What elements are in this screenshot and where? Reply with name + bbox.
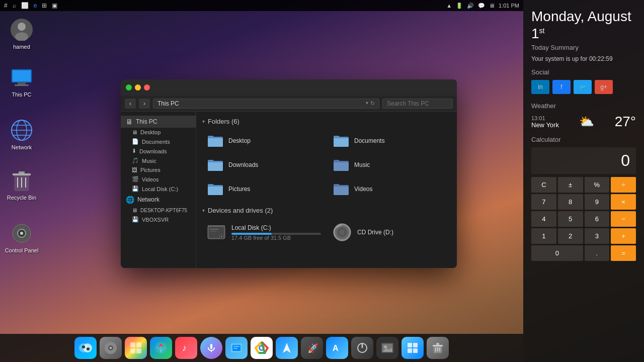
calc-0[interactable]: 0: [531, 245, 583, 261]
drives-toggle[interactable]: ▾: [202, 208, 205, 213]
calc-multiply[interactable]: ×: [611, 194, 636, 210]
volume-icon[interactable]: 🔊: [467, 3, 474, 9]
sidebar-item-pictures[interactable]: 🖼 Pictures: [121, 165, 196, 174]
forward-button[interactable]: ›: [139, 99, 150, 109]
folder-desktop[interactable]: Desktop: [202, 130, 325, 151]
calc-add[interactable]: +: [611, 228, 636, 244]
dock-siri[interactable]: [200, 337, 222, 359]
calc-subtract[interactable]: −: [611, 211, 636, 227]
explorer-body: 🖥 This PC 🖥 Desktop 📄 Documents ⬇ Downlo…: [121, 112, 457, 268]
sidebar-desktop-pc-label: DESKTOP-KPT6F75: [140, 208, 187, 213]
dock-files[interactable]: [225, 337, 248, 359]
folder-videos[interactable]: Videos: [328, 178, 451, 200]
drive-cd[interactable]: CD Drive (D:): [328, 219, 451, 245]
music-sidebar-icon: 🎵: [132, 157, 139, 164]
dock-system-preferences[interactable]: [100, 337, 122, 359]
linkedin-button[interactable]: in: [531, 80, 549, 94]
calc-clear[interactable]: C: [531, 177, 556, 193]
dock-chrome[interactable]: [251, 337, 273, 359]
dock-music[interactable]: ♪: [175, 337, 197, 359]
back-button[interactable]: ‹: [125, 99, 136, 109]
window-icon[interactable]: ⬜: [21, 2, 29, 9]
svg-text:🚀: 🚀: [307, 343, 318, 354]
calc-4[interactable]: 4: [531, 211, 556, 227]
weather-city: New York: [531, 121, 559, 129]
calc-equals[interactable]: =: [611, 245, 636, 261]
folder-music[interactable]: Music: [328, 154, 451, 175]
calc-7[interactable]: 7: [531, 194, 556, 210]
explorer-window: ‹ › This PC ▾ ↻ 🖥 This PC 🖥: [121, 79, 457, 268]
folder-documents[interactable]: Documents: [328, 130, 451, 151]
calc-2[interactable]: 2: [558, 228, 583, 244]
refresh-icon[interactable]: ↻: [370, 100, 375, 107]
sidebar-item-downloads[interactable]: ⬇ Downloads: [121, 146, 196, 156]
maximize-button[interactable]: [126, 84, 132, 90]
sidebar-item-music[interactable]: 🎵 Music: [121, 156, 196, 165]
dock-trash[interactable]: [427, 337, 449, 359]
desktop-icon-this-pc[interactable]: This PC: [4, 65, 39, 98]
sidebar-item-videos[interactable]: 🎬 Videos: [121, 174, 196, 184]
desktop-icon-hamed[interactable]: hamed: [4, 18, 39, 50]
dock-launchpad-alt[interactable]: [276, 337, 298, 359]
svg-rect-26: [210, 231, 217, 232]
calc-5[interactable]: 5: [558, 211, 583, 227]
folders-toggle[interactable]: ▾: [202, 119, 205, 124]
facebook-button[interactable]: f: [552, 80, 571, 94]
taskbar-top: # ⌕ ⬜ e ⊞ ▣ ▲ 🔋 🔊 💬 🖥 1:01 PM: [0, 0, 523, 11]
browser-icon[interactable]: e: [34, 2, 37, 9]
search-input[interactable]: [382, 99, 453, 109]
dock-rocket[interactable]: 🚀: [301, 337, 323, 359]
dock-launchpad[interactable]: [125, 337, 147, 359]
twitter-button[interactable]: 🐦: [574, 80, 592, 94]
sidebar-item-network[interactable]: 🌐 Network: [121, 194, 196, 206]
grid-icon[interactable]: ▣: [52, 2, 57, 9]
calc-8[interactable]: 8: [558, 194, 583, 210]
dock-photos[interactable]: [376, 337, 398, 359]
desktop-icon-network[interactable]: Network: [4, 118, 39, 150]
display-icon[interactable]: 🖥: [489, 3, 495, 9]
address-bar[interactable]: This PC ▾ ↻: [153, 99, 379, 109]
local-disk-sidebar-icon: 💾: [132, 186, 139, 192]
sidebar-item-desktop[interactable]: 🖥 Desktop: [121, 128, 196, 137]
calc-percent[interactable]: %: [585, 177, 610, 193]
desktop-icon-control-panel[interactable]: Control Panel: [4, 221, 39, 253]
sidebar-item-vboxsvr[interactable]: 💾 VBOXSVR: [121, 215, 196, 224]
folder-pictures[interactable]: Pictures: [202, 178, 325, 200]
dock-finder[interactable]: [74, 337, 97, 359]
sidebar-item-desktop-pc[interactable]: 🖥 DESKTOP-KPT6F75: [121, 206, 196, 215]
calc-6[interactable]: 6: [585, 211, 610, 227]
desktop-icon-recycle-bin[interactable]: Recycle Bin: [4, 168, 39, 201]
close-button[interactable]: [144, 84, 150, 90]
calc-3[interactable]: 3: [585, 228, 610, 244]
sidebar-item-documents[interactable]: 📄 Documents: [121, 137, 196, 146]
minimize-button[interactable]: [135, 84, 141, 90]
folder-downloads[interactable]: Downloads: [202, 154, 325, 175]
googleplus-button[interactable]: g+: [595, 80, 613, 94]
arrow-up-icon[interactable]: ▲: [446, 3, 452, 9]
dock-mosaic[interactable]: [401, 337, 424, 359]
sidebar-this-pc-label: This PC: [136, 118, 157, 125]
calc-9[interactable]: 9: [585, 194, 610, 210]
drive-local-disk[interactable]: Local Disk (C:) 17.4 GB free of 31.5 GB: [202, 219, 325, 245]
winstore-icon[interactable]: ⊞: [42, 2, 47, 9]
calc-divide[interactable]: ÷: [611, 177, 636, 193]
dock-app-store[interactable]: A: [326, 337, 348, 359]
calc-1[interactable]: 1: [531, 228, 556, 244]
hashtag-icon[interactable]: #: [4, 2, 8, 9]
calc-decimal[interactable]: .: [585, 245, 610, 261]
calculator-title: Calculator: [531, 136, 636, 143]
calc-plus-minus[interactable]: ±: [558, 177, 583, 193]
videos-sidebar-icon: 🎬: [132, 176, 139, 183]
address-dropdown-icon[interactable]: ▾: [366, 100, 368, 107]
weather-row: 13:01 New York ⛅ 27°: [531, 114, 636, 130]
videos-folder-icon: [332, 182, 350, 197]
desktop: # ⌕ ⬜ e ⊞ ▣ ▲ 🔋 🔊 💬 🖥 1:01 PM hamed: [0, 0, 644, 362]
dock-safari[interactable]: [150, 337, 172, 359]
dock-power[interactable]: [351, 337, 373, 359]
local-disk-name: Local Disk (C:): [231, 224, 321, 231]
notification-icon[interactable]: 💬: [478, 3, 485, 9]
hamed-avatar: [10, 18, 34, 42]
search-top-icon[interactable]: ⌕: [13, 2, 16, 9]
sidebar-item-this-pc[interactable]: 🖥 This PC: [121, 116, 196, 128]
sidebar-item-local-disk[interactable]: 💾 Local Disk (C:): [121, 184, 196, 194]
